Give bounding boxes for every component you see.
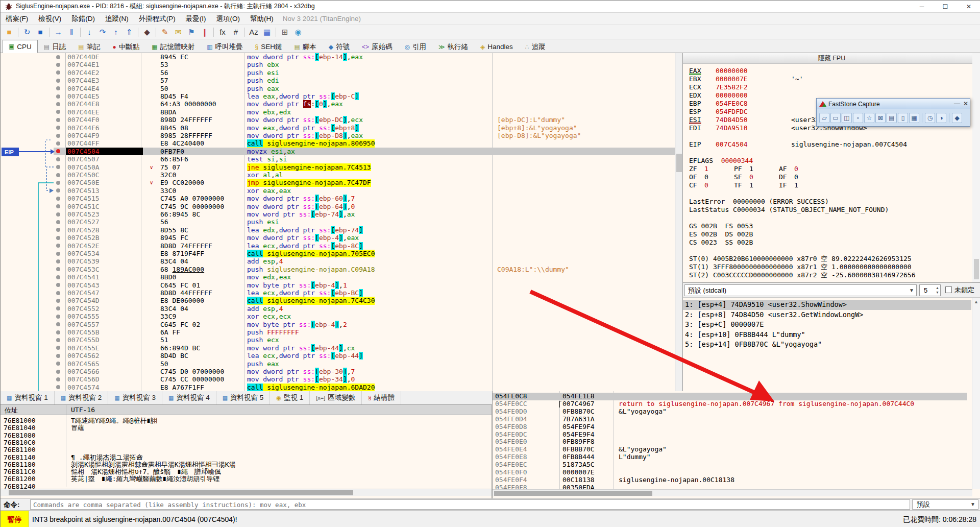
disasm-row[interactable]: 007C4515C745 A0 07000000mov dword ptr ss… [54,195,675,202]
close-debuggee-icon[interactable]: ■ [34,26,46,38]
menu-item[interactable]: 檢視(V) [33,13,66,25]
command-input[interactable] [30,499,910,510]
breakpoint-dot[interactable] [56,102,60,106]
disasm-row[interactable]: 007C452E8D8D 74FFFFFFlea ecx,dword ptr s… [54,242,675,250]
register-row-eip[interactable]: EIP007C4504siglusengine-nojapan.007C4504 [689,140,907,148]
stack-row[interactable]: 054FE0F00000007E [493,469,967,476]
disasm-row[interactable]: 007C44F68B45 08mov eax,dword ptr ss:[ebp… [54,124,675,132]
fs-freehand-capture-icon[interactable]: ☆ [864,113,874,123]
stack-horizontal-scrollbar[interactable] [493,489,972,496]
open-file-icon[interactable]: ■ [3,26,15,38]
disasm-address[interactable]: 007C44E8 [67,100,100,108]
disasm-address[interactable]: 007C452E [67,242,100,250]
disasm-row[interactable]: 007C44F98985 28FFFFFFmov dword ptr ss:[e… [54,132,675,139]
stack-row[interactable]: 054FE0EC51873A5C [493,461,967,469]
tab-資料視窗 5[interactable]: ▦資料視窗 5 [216,391,271,404]
stack-row[interactable]: 054FE0D00FB8B70C&L"yogayoga" [493,408,967,416]
dump-panel[interactable]: 位址 UTF-16 76E81000T繩逮繩Y繩9繩。繩@桩杆∎詡76E8104… [1,405,492,498]
function-icon[interactable]: fx [216,26,229,38]
breakpoint-dot[interactable] [56,370,60,374]
argument-row[interactable]: 3: [esp+C] 0000007E [683,320,971,330]
disasm-row[interactable]: 007C450A∨75 07jne siglusengine-nojapan.7… [54,163,675,171]
arguments-panel[interactable]: 預設 (stdcall) ▼ 5 ▲▼ 未鎖定 1: [esp+4] 74DA9… [683,282,980,391]
disasm-row[interactable]: 007C45288D55 8Clea edx,dword ptr ss:[ebp… [54,226,675,234]
disasm-address[interactable]: 007C44E3 [67,77,100,84]
disasm-row[interactable]: 007C45478D8D 44FFFFFFlea ecx,dword ptr s… [54,289,675,297]
menu-item[interactable]: 最愛(I) [181,13,211,25]
disasm-address[interactable]: 007C44E4 [67,85,100,92]
disassembly-scrollbar[interactable] [675,53,683,391]
disasm-row[interactable]: 007C44E58D45 F4lea eax,dword ptr ss:[ebp… [54,92,675,100]
faststone-title-bar[interactable]: FastStone Capture — ✕ [817,99,970,109]
breakpoint-dot[interactable] [56,220,60,224]
breakpoint-dot[interactable] [56,275,60,279]
fs-region-capture-icon[interactable]: ▫ [853,113,863,123]
disasm-row[interactable]: 007C44FFE8 4C240400call siglusengine-noj… [54,139,675,147]
fs-settings-palette-icon[interactable]: ◑ [936,113,946,123]
disasm-row[interactable]: 007C454DE8 DE060000call siglusengine-noj… [54,297,675,304]
register-row[interactable]: EBX0000007E'~' [689,75,803,83]
flags-row[interactable]: ZF1PF1AF0 [689,165,824,173]
disasm-row[interactable]: 007C44E153push ebx [54,61,675,68]
menu-item[interactable]: 幫助(H) [245,13,279,25]
tab-中斷點[interactable]: ●中斷點 [107,40,146,53]
disasm-address[interactable]: 007C4547 [67,289,100,297]
disasm-row[interactable]: 007C44F0898D 24FFFFFFmov dword ptr ss:[e… [54,116,675,124]
breakpoint-dot[interactable] [56,197,60,201]
disasm-row[interactable]: 007C4557C645 FC 02mov byte ptr ss:[ebp-4… [54,321,675,328]
disasm-row[interactable]: 007C44E864:A3 00000000mov dword ptr fs:[… [54,100,675,108]
fs-delay-timer-icon[interactable]: ◷ [925,113,935,123]
breakpoint-dot[interactable] [56,354,60,358]
breakpoint-dot[interactable] [56,212,60,217]
globe-icon[interactable]: ◉ [292,26,304,38]
disasm-address[interactable]: 007C4504 [67,148,100,155]
tab-符號[interactable]: ◆符號 [323,40,356,53]
argument-row[interactable]: 5: [esp+14] 0FB8B70C &L"yogayoga" [683,340,971,350]
fs-acquire-wizard-icon[interactable]: ◆ [952,113,962,123]
tab-追蹤[interactable]: ∴追蹤 [519,40,552,53]
register-row[interactable]: EAX00000000 [689,67,791,75]
disasm-row[interactable]: 007C450E∨E9 CC020000jmp siglusengine-noj… [54,179,675,186]
stack-row[interactable]: 054FE0CC007C4967return to siglusengine-n… [493,400,967,408]
disasm-row[interactable]: 007C453C68 189AC000push siglusengine-noj… [54,266,675,273]
step-over-icon[interactable]: ↷ [96,26,109,38]
restart-icon[interactable]: ↻ [21,26,33,38]
label-icon[interactable]: ⚑ [185,26,198,38]
tab-區域變數[interactable]: [x=]區域變數 [310,391,362,404]
disasm-row[interactable]: 007C4534E8 8719F4FFcall siglusengine-noj… [54,250,675,257]
disasm-address[interactable]: 007C44EE [67,108,100,116]
disasm-row[interactable]: 007C44E450push eax [54,85,675,92]
breakpoint-dot[interactable] [56,55,60,59]
disasm-row[interactable]: 007C452756push esi [54,218,675,226]
breakpoint-dot[interactable] [56,267,60,271]
fs-video-record-icon[interactable]: ▦ [909,113,919,123]
disasm-address[interactable]: 007C4565 [67,360,100,368]
calculator-icon[interactable]: ⊞ [279,26,291,38]
register-row-eflags[interactable]: EFLAGS 00000344 [689,157,753,164]
disasm-address[interactable]: 007C4528 [67,226,100,234]
modules-icon[interactable]: ▦ [261,26,273,38]
run-icon[interactable]: → [52,26,64,38]
disasm-address[interactable]: 007C455D [67,336,100,344]
disasm-row[interactable]: 007C455E66:894D BCmov word ptr ss:[ebp-4… [54,344,675,352]
breakpoint-dot[interactable] [56,110,60,114]
faststone-close-button[interactable]: ✕ [963,100,968,107]
disasm-address[interactable]: 007C4543 [67,281,100,289]
breakpoint-dot-active[interactable] [56,149,60,153]
fs-window-capture-icon[interactable]: ▭ [830,113,841,123]
disasm-row[interactable]: 007C4574E8 A767F1FFcall siglusengine-noj… [54,384,675,391]
breakpoint-dot[interactable] [56,134,60,138]
disasm-row[interactable]: 007C4543C645 FC 01mov byte ptr ss:[ebp-4… [54,281,675,289]
breakpoint-dot[interactable] [56,94,60,99]
disasm-address[interactable]: 007C455E [67,344,100,352]
breakpoint-dot[interactable] [56,70,60,75]
tab-資料視窗 2[interactable]: ▦資料視窗 2 [55,391,109,404]
breakpoint-dot[interactable] [56,338,60,342]
disasm-address[interactable]: 007C4541 [67,273,100,281]
stack-row[interactable]: 054FE0F400C18138siglusengine-nojapan.00C… [493,476,967,484]
stack-row[interactable]: 054FE0C8054FE1E8 [493,393,967,400]
unlock-checkbox[interactable] [945,286,952,293]
disasm-address[interactable]: 007C4555 [67,313,100,320]
breakpoint-dot[interactable] [56,204,60,208]
disasm-row[interactable]: 007C455533C9xor ecx,ecx [54,313,675,320]
